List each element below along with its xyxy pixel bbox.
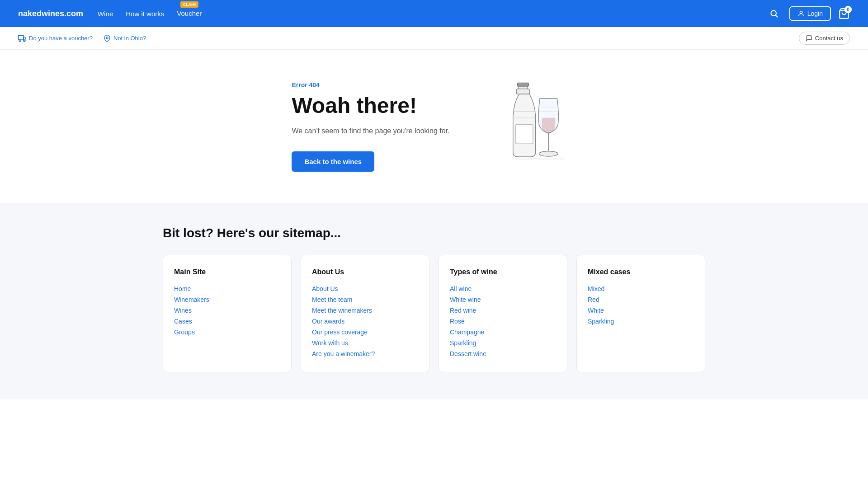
link-winemakers[interactable]: Winemakers — [174, 294, 280, 305]
sitemap-about-us: About Us About Us Meet the team Meet the… — [301, 255, 429, 372]
nav-wine[interactable]: Wine — [98, 10, 113, 18]
link-meet-team[interactable]: Meet the team — [312, 294, 418, 305]
link-mixed[interactable]: Mixed — [588, 283, 694, 294]
logo[interactable]: nakedwines.com — [18, 9, 83, 19]
link-cases[interactable]: Cases — [174, 316, 280, 327]
sitemap-main-site-title: Main Site — [174, 268, 280, 276]
contact-label: Contact us — [815, 35, 843, 42]
link-all-wine[interactable]: All wine — [450, 283, 556, 294]
error-title: Woah there! — [292, 94, 449, 118]
search-button[interactable] — [766, 5, 782, 22]
svg-rect-4 — [19, 35, 24, 40]
link-home[interactable]: Home — [174, 283, 280, 294]
svg-point-6 — [24, 40, 25, 42]
error-code: Error 404 — [292, 81, 449, 89]
error-section: Error 404 Woah there! We can't seem to f… — [163, 77, 705, 203]
main-nav: Wine How it works CLAIM Voucher — [98, 9, 202, 18]
header-left: nakedwines.com Wine How it works CLAIM V… — [18, 9, 202, 19]
link-champagne[interactable]: Champagne — [450, 327, 556, 338]
svg-line-1 — [775, 15, 778, 18]
pin-icon — [104, 35, 111, 42]
link-dessert-wine[interactable]: Dessert wine — [450, 348, 556, 359]
link-white-cases[interactable]: White — [588, 305, 694, 316]
link-white-wine[interactable]: White wine — [450, 294, 556, 305]
svg-point-7 — [106, 37, 108, 38]
chat-icon — [806, 35, 812, 42]
sub-header-left: Do you have a voucher? Not in Ohio? — [18, 34, 146, 42]
error-description: We can't seem to find the page you're lo… — [292, 125, 449, 137]
truck-icon — [18, 34, 26, 42]
user-icon — [797, 10, 805, 17]
wine-illustration — [486, 77, 576, 176]
location-link-text: Not in Ohio? — [113, 35, 146, 42]
sitemap-mixed-cases: Mixed cases Mixed Red White Sparkling — [576, 255, 705, 372]
login-label: Login — [807, 10, 823, 17]
cart-button[interactable]: 0 — [838, 8, 850, 19]
link-press-coverage[interactable]: Our press coverage — [312, 327, 418, 338]
sitemap-main-site: Main Site Home Winemakers Wines Cases Gr… — [163, 255, 292, 372]
svg-rect-9 — [516, 89, 529, 94]
link-wines[interactable]: Wines — [174, 305, 280, 316]
svg-point-5 — [19, 40, 21, 42]
contact-button[interactable]: Contact us — [799, 32, 850, 45]
sitemap-heading: Bit lost? Here's our sitemap... — [163, 226, 705, 240]
link-work-with-us[interactable]: Work with us — [312, 338, 418, 348]
sitemap-grid: Main Site Home Winemakers Wines Cases Gr… — [163, 255, 705, 372]
sitemap-about-us-title: About Us — [312, 268, 418, 276]
login-button[interactable]: Login — [789, 6, 831, 21]
link-rose[interactable]: Rosé — [450, 316, 556, 327]
svg-point-15 — [539, 151, 558, 156]
main-content: Error 404 Woah there! We can't seem to f… — [0, 50, 868, 418]
header: nakedwines.com Wine How it works CLAIM V… — [0, 0, 868, 27]
sitemap-mixed-cases-title: Mixed cases — [588, 268, 694, 276]
svg-rect-10 — [515, 124, 533, 144]
sitemap-section: Bit lost? Here's our sitemap... Main Sit… — [0, 203, 868, 399]
header-right: Login 0 — [766, 5, 850, 22]
link-red-wine[interactable]: Red wine — [450, 305, 556, 316]
svg-point-2 — [800, 11, 802, 14]
voucher-link-text: Do you have a voucher? — [29, 35, 93, 42]
nav-voucher-wrap: CLAIM Voucher — [177, 9, 202, 18]
link-meet-winemakers[interactable]: Meet the winemakers — [312, 305, 418, 316]
link-red-cases[interactable]: Red — [588, 294, 694, 305]
sub-header: Do you have a voucher? Not in Ohio? Cont… — [0, 27, 868, 50]
sitemap-types-title: Types of wine — [450, 268, 556, 276]
voucher-link[interactable]: Do you have a voucher? — [18, 34, 93, 42]
link-sparkling[interactable]: Sparkling — [450, 338, 556, 348]
back-to-wines-button[interactable]: Back to the wines — [292, 151, 374, 172]
link-groups[interactable]: Groups — [174, 327, 280, 338]
link-about-us[interactable]: About Us — [312, 283, 418, 294]
svg-rect-13 — [517, 83, 528, 86]
search-icon — [769, 9, 778, 18]
location-link[interactable]: Not in Ohio? — [104, 35, 146, 42]
link-our-awards[interactable]: Our awards — [312, 316, 418, 327]
claim-badge: CLAIM — [180, 1, 199, 8]
cart-count: 0 — [844, 6, 852, 13]
svg-point-0 — [771, 10, 776, 16]
nav-how-it-works[interactable]: How it works — [126, 10, 164, 18]
link-sparkling-cases[interactable]: Sparkling — [588, 316, 694, 327]
sitemap-types-of-wine: Types of wine All wine White wine Red wi… — [439, 255, 567, 372]
error-text-block: Error 404 Woah there! We can't seem to f… — [292, 81, 449, 171]
nav-voucher[interactable]: Voucher — [177, 9, 202, 17]
link-are-you-winemaker[interactable]: Are you a winemaker? — [312, 348, 418, 359]
